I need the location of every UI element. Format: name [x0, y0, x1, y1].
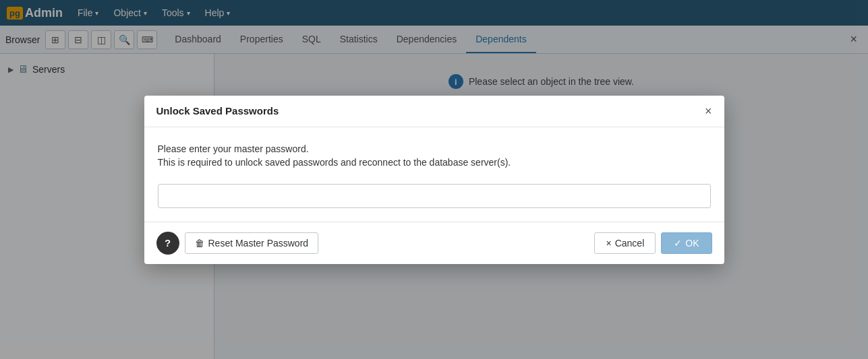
- modal-body-line1: Please enter your master password.: [158, 143, 711, 154]
- help-button[interactable]: ?: [156, 232, 179, 255]
- modal-footer: ? 🗑 Reset Master Password × Cancel ✓ OK: [144, 222, 724, 264]
- cancel-label: Cancel: [615, 238, 645, 249]
- cancel-button[interactable]: × Cancel: [594, 232, 656, 254]
- modal-close-button[interactable]: ×: [705, 105, 712, 117]
- cancel-x-icon: ×: [606, 238, 611, 249]
- ok-label: OK: [685, 238, 699, 249]
- trash-icon: 🗑: [195, 238, 204, 249]
- modal-overlay: Unlock Saved Passwords × Please enter yo…: [0, 0, 868, 359]
- unlock-passwords-modal: Unlock Saved Passwords × Please enter yo…: [144, 96, 724, 264]
- ok-button[interactable]: ✓ OK: [661, 232, 712, 254]
- master-password-input[interactable]: [158, 184, 711, 208]
- modal-body: Please enter your master password. This …: [144, 127, 724, 222]
- help-icon: ?: [165, 237, 171, 249]
- reset-master-password-button[interactable]: 🗑 Reset Master Password: [185, 232, 319, 254]
- reset-button-label: Reset Master Password: [208, 238, 309, 249]
- modal-body-line2: This is required to unlock saved passwor…: [158, 157, 711, 168]
- modal-title: Unlock Saved Passwords: [156, 105, 279, 117]
- modal-header: Unlock Saved Passwords ×: [144, 96, 724, 127]
- ok-check-icon: ✓: [674, 238, 682, 249]
